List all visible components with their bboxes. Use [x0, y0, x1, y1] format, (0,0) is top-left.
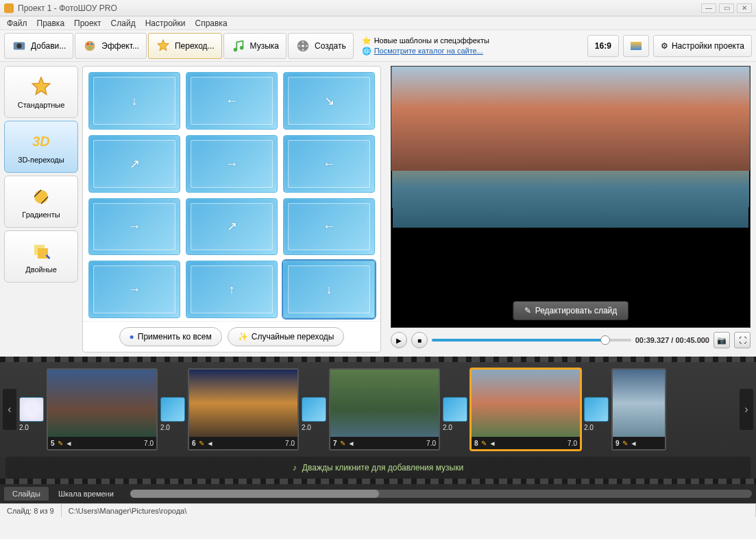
- wand-icon: ✨: [238, 332, 248, 342]
- menu-project[interactable]: Проект: [74, 19, 101, 28]
- svg-point-14: [34, 190, 48, 204]
- timeline-slide[interactable]: 7✎◄7.0: [329, 368, 440, 451]
- close-button[interactable]: ✕: [737, 3, 752, 13]
- svg-point-5: [88, 46, 91, 49]
- tab-music[interactable]: Музыка: [223, 33, 286, 59]
- timeline-slide[interactable]: 5✎◄7.0: [47, 368, 158, 451]
- tab-transitions[interactable]: Переход...: [148, 33, 222, 59]
- info-templates: Новые шаблоны и спецэффекты: [374, 36, 489, 45]
- category-standard[interactable]: Стандартные: [4, 66, 78, 118]
- info-catalog-link[interactable]: Посмотрите каталог на сайте...: [374, 47, 483, 55]
- menu-file[interactable]: Файл: [7, 19, 27, 28]
- menu-help[interactable]: Справка: [195, 19, 227, 28]
- music-icon: ♪: [293, 463, 297, 472]
- timeline-slide[interactable]: 9✎◄: [611, 368, 666, 451]
- apply-all-button[interactable]: ●Применить ко всем: [119, 327, 222, 346]
- snapshot-button[interactable]: 📷: [714, 332, 730, 348]
- seek-bar[interactable]: [432, 339, 631, 342]
- menubar: Файл Правка Проект Слайд Настройки Справ…: [0, 16, 756, 30]
- pencil-icon: ✎: [58, 440, 63, 447]
- transition-thumb[interactable]: →: [186, 135, 278, 193]
- timeline-slide[interactable]: 8✎◄7.0: [470, 368, 581, 451]
- svg-point-13: [298, 45, 300, 47]
- globe-icon: ●: [130, 332, 134, 342]
- timeline: ‹ 2.0 5✎◄7.0 2.0 6✎◄7.0 2.0 7✎◄7.0 2.0 8…: [0, 357, 756, 503]
- music-track[interactable]: ♪Дважды кликните для добавления музыки: [5, 457, 751, 479]
- time-display: 00:39.327 / 00:45.000: [635, 336, 709, 344]
- gear-icon: ⚙: [661, 41, 668, 51]
- tab-create[interactable]: Создать: [288, 33, 354, 59]
- timeline-tab-timescale[interactable]: Шкала времени: [50, 487, 122, 501]
- transition-thumb[interactable]: ↗: [88, 135, 180, 193]
- tab-add[interactable]: Добави...: [4, 33, 73, 59]
- timeline-next-button[interactable]: ›: [740, 389, 753, 430]
- fullscreen-button[interactable]: ⛶: [734, 332, 751, 348]
- svg-rect-16: [38, 248, 48, 259]
- random-transitions-button[interactable]: ✨Случайные переходы: [228, 327, 345, 346]
- toolbar: Добави... Эффект... Переход... Музыка Со…: [0, 30, 756, 62]
- statusbar: Слайд: 8 из 9 C:\Users\Manager\Pictures\…: [0, 503, 756, 517]
- transition-thumb[interactable]: ↗: [186, 198, 278, 256]
- status-slide: Слайд: 8 из 9: [0, 504, 62, 517]
- transition-thumb[interactable]: ←: [283, 198, 375, 256]
- svg-point-12: [302, 49, 304, 51]
- preview-panel: ✎Редактировать слайд ▶ ■ 00:39.327 / 00:…: [385, 62, 756, 357]
- tab-effects[interactable]: Эффект...: [75, 33, 147, 59]
- menu-edit[interactable]: Правка: [37, 19, 65, 28]
- info-links: ⭐Новые шаблоны и спецэффекты 🌐Посмотрите…: [362, 36, 489, 56]
- transition-thumb[interactable]: ↑: [186, 261, 278, 318]
- transition-chip[interactable]: [443, 397, 467, 422]
- play-button[interactable]: ▶: [391, 332, 407, 348]
- svg-point-3: [87, 43, 90, 45]
- pencil-icon: ✎: [481, 440, 487, 447]
- svg-point-2: [85, 40, 95, 51]
- transition-chip[interactable]: [19, 397, 44, 422]
- pencil-icon: ✎: [199, 440, 204, 447]
- stop-button[interactable]: ■: [411, 332, 428, 348]
- svg-point-4: [90, 43, 93, 45]
- pencil-icon: ✎: [340, 440, 345, 447]
- transitions-grid: ↓ ← ↘ ↗ → ← → ↗ ← → ↑ ↓: [83, 67, 380, 321]
- transition-chip[interactable]: [160, 397, 185, 422]
- svg-point-9: [302, 45, 304, 47]
- transition-thumb[interactable]: ←: [186, 72, 278, 130]
- edit-slide-button[interactable]: ✎Редактировать слайд: [513, 301, 629, 320]
- transition-thumb[interactable]: ↓: [283, 261, 375, 318]
- category-3d[interactable]: 3D3D-переходы: [4, 121, 78, 173]
- minimize-button[interactable]: —: [701, 3, 716, 13]
- preview-viewport: ✎Редактировать слайд: [391, 66, 751, 328]
- svg-point-11: [306, 45, 308, 47]
- svg-point-6: [233, 47, 237, 51]
- pencil-icon: ✎: [524, 306, 531, 315]
- transitions-panel: Стандартные 3D3D-переходы Градиенты Двой…: [0, 62, 385, 357]
- svg-point-7: [239, 46, 243, 50]
- transition-thumb[interactable]: →: [88, 261, 180, 318]
- project-settings-button[interactable]: ⚙Настройки проекта: [653, 35, 752, 57]
- transition-thumb[interactable]: →: [88, 198, 180, 256]
- timeline-tab-slides[interactable]: Слайды: [4, 487, 49, 501]
- transition-thumb[interactable]: ↓: [88, 72, 180, 130]
- menu-slide[interactable]: Слайд: [111, 19, 136, 28]
- titlebar: Проект 1 - ФотоШОУ PRO — ▭ ✕: [0, 0, 756, 16]
- transition-thumb[interactable]: ←: [283, 135, 375, 193]
- transition-thumb[interactable]: ↘: [283, 72, 375, 130]
- star-icon: ⭐: [362, 36, 371, 45]
- pencil-icon: ✎: [622, 440, 628, 447]
- menu-settings[interactable]: Настройки: [145, 19, 186, 28]
- background-button[interactable]: [623, 35, 649, 57]
- status-path: C:\Users\Manager\Pictures\города\: [62, 504, 756, 517]
- window-title: Проект 1 - ФотоШОУ PRO: [18, 3, 117, 13]
- timeline-scrollbar[interactable]: [130, 490, 752, 498]
- aspect-ratio-button[interactable]: 16:9: [587, 35, 619, 57]
- globe-icon: 🌐: [362, 47, 371, 56]
- maximize-button[interactable]: ▭: [719, 3, 734, 13]
- app-icon: [4, 3, 14, 13]
- transition-chip[interactable]: [584, 397, 609, 422]
- timeline-slide[interactable]: 6✎◄7.0: [188, 368, 299, 451]
- category-double[interactable]: Двойные: [4, 230, 78, 283]
- category-gradients[interactable]: Градиенты: [4, 176, 78, 228]
- transition-chip[interactable]: [302, 397, 326, 422]
- timeline-prev-button[interactable]: ‹: [3, 389, 16, 430]
- svg-point-10: [302, 41, 304, 43]
- svg-point-1: [16, 43, 21, 48]
